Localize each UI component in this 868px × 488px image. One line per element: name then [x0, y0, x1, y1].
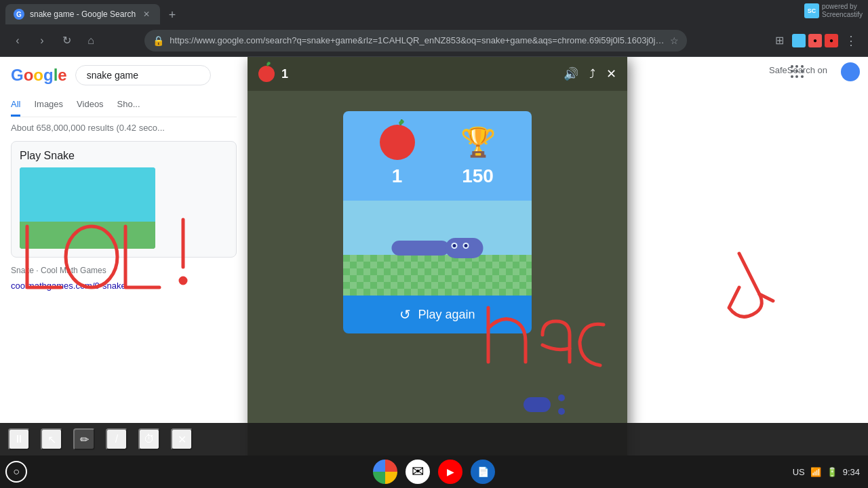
panel-actions: 🔊 ⤴ ✕ — [564, 66, 616, 81]
grass-pattern — [343, 255, 532, 296]
play-snake-title: Play Snake — [20, 150, 228, 162]
pause-button[interactable]: ⏸ — [8, 428, 30, 450]
google-header: Google snake game — [11, 65, 237, 85]
forward-button[interactable]: › — [33, 31, 52, 50]
taskbar-app-youtube[interactable]: ▶ — [438, 460, 462, 484]
snake-eye-right — [463, 243, 469, 249]
panel-header: 1 🔊 ⤴ ✕ — [248, 57, 627, 91]
screencastify-label: powered by Screencastify — [822, 3, 863, 19]
tab-shopping[interactable]: Sho... — [117, 94, 140, 117]
current-score: 1 — [281, 67, 288, 81]
cool-math-link[interactable]: coolmathgames.com/0-snake — [11, 281, 237, 291]
eraser-tool-button[interactable]: / — [106, 428, 127, 450]
taskbar-status: US 📶 🔋 9:34 — [793, 467, 860, 477]
menu-icon[interactable]: ⋮ — [841, 31, 860, 50]
url-bar[interactable]: 🔒 https://www.google.com/search?q=snake+… — [144, 30, 687, 52]
snake-eye-left — [452, 243, 458, 249]
home-button[interactable]: ⌂ — [81, 31, 100, 50]
sound-button[interactable]: 🔊 — [564, 66, 578, 81]
pen-tool-button[interactable]: ✏ — [73, 428, 95, 450]
partial-snake-outside — [524, 392, 567, 417]
apple-leaf — [266, 62, 271, 66]
browser-window: G snake game - Google Search ✕ + SC powe… — [0, 0, 868, 488]
results-count: About 658,000,000 results (0.42 seco... — [11, 123, 237, 133]
snake-head — [446, 238, 484, 258]
timer-button[interactable]: ⏱ — [138, 428, 160, 450]
dot1 — [558, 394, 565, 401]
cool-math-section: Snake · Cool Math Games coolmathgames.co… — [11, 266, 237, 291]
best-score-section: 🏆 150 — [460, 125, 496, 187]
ext1-icon[interactable] — [792, 34, 806, 47]
snake-pupil-right — [465, 244, 468, 247]
url-text: https://www.google.com/search?q=snake+ga… — [170, 35, 665, 45]
wifi-icon: 📶 — [810, 467, 821, 477]
taskbar-menu-button[interactable]: ○ — [5, 461, 27, 483]
taskbar: ○ ✉ ▶ 📄 US 📶 🔋 9:34 — [0, 455, 868, 488]
screencastify-logo: SC — [804, 3, 819, 18]
new-tab-button[interactable]: + — [163, 5, 182, 24]
apps-dot — [791, 75, 793, 78]
snake-game-panel: 1 🔊 ⤴ ✕ 1 — [248, 57, 627, 484]
bookmark-icon[interactable]: ☆ — [670, 35, 679, 46]
taskbar-apps: ✉ ▶ 📄 — [373, 460, 495, 484]
ground — [343, 255, 532, 296]
tab-images[interactable]: Images — [34, 94, 63, 117]
lock-icon: 🔒 — [153, 35, 164, 46]
apple-icon — [258, 66, 275, 82]
locale-label: US — [793, 467, 805, 477]
share-button[interactable]: ⤴ — [589, 67, 595, 81]
snake-partial-segment — [524, 397, 551, 412]
reload-button[interactable]: ↻ — [57, 31, 76, 50]
tab-close-button[interactable]: ✕ — [141, 9, 152, 20]
stop-recording-button[interactable]: ✕ — [171, 428, 193, 450]
play-again-button[interactable]: ↺ Play again — [343, 296, 532, 333]
game-end-screen: 1 🏆 150 — [343, 111, 532, 333]
toolbar-icons: ⊞ ● ● ⋮ — [770, 31, 860, 50]
active-tab[interactable]: G snake game - Google Search ✕ — [5, 4, 160, 24]
extensions-icon[interactable]: ⊞ — [770, 31, 789, 50]
safe-search-label: SafeSearch on — [769, 65, 827, 75]
taskbar-app-gmail[interactable]: ✉ — [406, 460, 430, 484]
cursor-tool-button[interactable]: ↖ — [41, 428, 62, 450]
play-again-label: Play again — [418, 308, 475, 322]
close-panel-button[interactable]: ✕ — [606, 66, 616, 81]
clock: 9:34 — [843, 467, 860, 477]
score-number: 1 — [392, 165, 403, 187]
taskbar-app-chrome[interactable] — [373, 460, 397, 484]
refresh-icon: ↺ — [399, 306, 411, 323]
snake-pupil-left — [453, 244, 456, 247]
apps-dot — [795, 75, 798, 78]
address-bar: ‹ › ↻ ⌂ 🔒 https://www.google.com/search?… — [0, 24, 868, 57]
game-scene — [343, 201, 532, 296]
snake — [392, 238, 484, 258]
tab-bar: G snake game - Google Search ✕ + SC powe… — [0, 0, 868, 24]
play-snake-card: Play Snake — [11, 141, 237, 258]
tab-favicon: G — [14, 9, 24, 20]
screencast-toolbar: ⏸ ↖ ✏ / ⏱ ✕ — [0, 423, 868, 455]
dot2 — [558, 408, 565, 415]
tab-label: snake game - Google Search — [30, 9, 136, 19]
tab-all[interactable]: All — [11, 94, 20, 117]
current-score-section: 1 — [380, 125, 415, 187]
search-tabs: All Images Videos Sho... — [11, 94, 237, 117]
battery-icon: 🔋 — [827, 467, 837, 477]
trophy-icon: 🏆 — [460, 125, 496, 160]
score-apple-icon — [380, 125, 415, 160]
user-avatar[interactable] — [841, 62, 860, 81]
screencastify-badge: SC powered by Screencastify — [804, 3, 863, 19]
search-box[interactable]: snake game — [75, 65, 211, 85]
ext3-icon[interactable]: ● — [825, 34, 838, 47]
snake-partial-dots — [556, 392, 567, 417]
google-logo: Google — [11, 66, 67, 85]
ext2-icon[interactable]: ● — [808, 34, 822, 47]
snake-game-preview[interactable] — [20, 167, 155, 249]
cool-math-header: Snake · Cool Math Games — [11, 266, 237, 275]
back-button[interactable]: ‹ — [8, 31, 27, 50]
taskbar-app-docs[interactable]: 📄 — [471, 460, 495, 484]
snake-tail-segment — [392, 241, 450, 256]
apps-dot — [801, 75, 804, 78]
best-score-number: 150 — [462, 165, 494, 187]
tab-videos[interactable]: Videos — [77, 94, 104, 117]
score-panel: 1 🏆 150 — [343, 111, 532, 201]
